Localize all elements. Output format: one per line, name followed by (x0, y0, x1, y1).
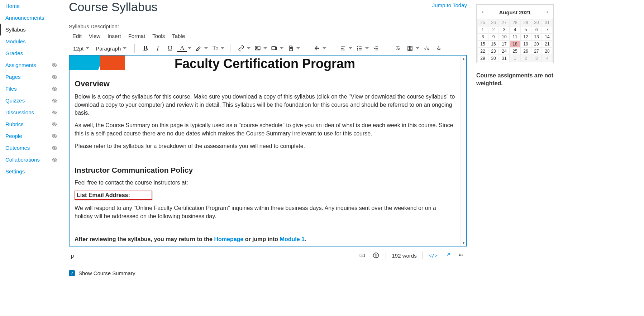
calendar-day[interactable]: 24 (499, 48, 510, 55)
calendar-day[interactable]: 17 (499, 40, 510, 48)
calendar-day[interactable]: 4 (510, 26, 520, 33)
calendar-day[interactable]: 27 (531, 48, 542, 55)
paragraph-select[interactable]: Paragraph (94, 43, 129, 53)
calendar-day[interactable]: 30 (488, 55, 499, 62)
nav-quizzes[interactable]: Quizzes (0, 95, 61, 106)
scrollbar[interactable]: ▴ ▾ (460, 56, 466, 246)
accessibility-icon[interactable] (372, 252, 380, 259)
italic-button[interactable]: I (153, 43, 163, 53)
calendar-day[interactable]: 21 (542, 40, 553, 48)
homepage-link[interactable]: Homepage (214, 236, 243, 242)
calendar-prev-button[interactable] (479, 8, 487, 16)
calendar-day[interactable]: 30 (531, 19, 542, 26)
nav-discussions[interactable]: Discussions (0, 106, 61, 118)
calendar-day[interactable]: 16 (488, 40, 499, 48)
menu-edit[interactable]: Edit (72, 33, 82, 39)
calendar-day[interactable]: 20 (531, 40, 542, 48)
calendar-day[interactable]: 9 (488, 33, 499, 40)
calendar-day[interactable]: 31 (542, 19, 553, 26)
calendar-next-button[interactable] (543, 8, 551, 16)
rich-text-editor[interactable]: Faculty Certification Program Overview B… (69, 55, 467, 246)
calendar-day[interactable]: 22 (477, 48, 488, 55)
underline-button[interactable]: U (165, 43, 175, 53)
calendar-day[interactable]: 1 (510, 55, 520, 62)
keyboard-icon[interactable] (358, 252, 366, 259)
menu-table[interactable]: Table (172, 33, 185, 39)
nav-settings[interactable]: Settings (0, 166, 61, 177)
nav-assignments[interactable]: Assignments (0, 59, 61, 71)
module1-link[interactable]: Module 1 (280, 236, 305, 242)
nav-modules[interactable]: Modules (0, 35, 61, 47)
scroll-down-icon[interactable]: ▾ (461, 240, 467, 246)
font-size-select[interactable]: 12pt (71, 43, 91, 53)
calendar-day[interactable]: 3 (499, 26, 510, 33)
calendar-day[interactable]: 25 (510, 48, 520, 55)
calendar-day[interactable]: 25 (477, 19, 488, 26)
calendar-day[interactable]: 7 (542, 26, 553, 33)
nav-announcements[interactable]: Announcements (0, 12, 61, 24)
html-view-button[interactable]: </> (429, 253, 438, 258)
nav-home[interactable]: Home (0, 0, 61, 12)
equation-button[interactable]: √x (421, 43, 431, 53)
text-color-button[interactable]: A (177, 44, 191, 52)
calendar-day[interactable]: 19 (520, 40, 531, 48)
calendar-day[interactable]: 15 (477, 40, 488, 48)
calendar-day[interactable]: 4 (542, 55, 553, 62)
indent-button[interactable] (371, 43, 381, 53)
nav-outcomes[interactable]: Outcomes (0, 142, 61, 154)
calendar-day[interactable]: 26 (520, 48, 531, 55)
image-button[interactable] (253, 43, 267, 53)
nav-files[interactable]: Files (0, 83, 61, 95)
calendar-day[interactable]: 11 (510, 33, 520, 40)
nav-grades[interactable]: Grades (0, 47, 61, 59)
apps-button[interactable] (312, 43, 326, 53)
media-button[interactable] (269, 43, 283, 53)
table-button[interactable] (405, 43, 419, 53)
menu-tools[interactable]: Tools (152, 33, 165, 39)
nav-rubrics[interactable]: Rubrics (0, 118, 61, 130)
calendar-day[interactable]: 3 (531, 55, 542, 62)
clear-format-button[interactable] (393, 43, 403, 53)
scroll-up-icon[interactable]: ▴ (461, 56, 467, 62)
highlight-button[interactable] (194, 43, 208, 53)
calendar-day[interactable]: 28 (542, 48, 553, 55)
nav-people[interactable]: People (0, 130, 61, 142)
superscript-button[interactable]: T2 (210, 43, 224, 53)
document-button[interactable] (286, 43, 300, 53)
embed-button[interactable] (434, 43, 444, 53)
bold-button[interactable]: B (140, 43, 151, 53)
align-button[interactable] (338, 43, 352, 53)
menu-insert[interactable]: Insert (108, 33, 121, 39)
calendar-day[interactable]: 6 (531, 26, 542, 33)
menu-format[interactable]: Format (128, 33, 146, 39)
menu-view[interactable]: View (89, 33, 100, 39)
list-button[interactable] (354, 43, 369, 53)
calendar-day[interactable]: 5 (520, 26, 531, 33)
calendar-day[interactable]: 13 (531, 33, 542, 40)
calendar-day[interactable]: 1 (477, 26, 488, 33)
calendar-day[interactable]: 18 (510, 40, 520, 48)
calendar-day[interactable]: 31 (499, 55, 510, 62)
calendar-day[interactable]: 28 (510, 19, 520, 26)
nav-syllabus[interactable]: Syllabus (0, 24, 61, 35)
calendar-day[interactable]: 29 (520, 19, 531, 26)
calendar-day[interactable]: 26 (488, 19, 499, 26)
calendar-day[interactable]: 27 (499, 19, 510, 26)
jump-to-today-link[interactable]: Jump to Today (432, 0, 467, 8)
calendar-day[interactable]: 2 (520, 55, 531, 62)
calendar-day[interactable]: 14 (542, 33, 553, 40)
calendar-day[interactable]: 29 (477, 55, 488, 62)
fullscreen-icon[interactable] (443, 252, 451, 259)
calendar-day[interactable]: 8 (477, 33, 488, 40)
calendar-day[interactable]: 2 (488, 26, 499, 33)
calendar-day[interactable]: 10 (499, 33, 510, 40)
hidden-icon (52, 110, 57, 115)
calendar-day[interactable]: 23 (488, 48, 499, 55)
element-path[interactable]: p (71, 253, 74, 259)
nav-pages[interactable]: Pages (0, 71, 61, 83)
calendar-day[interactable]: 12 (520, 33, 531, 40)
show-course-summary-checkbox[interactable]: ✓ (69, 270, 75, 276)
link-button[interactable] (236, 43, 251, 53)
more-icon[interactable] (457, 252, 465, 259)
nav-collaborations[interactable]: Collaborations (0, 154, 61, 166)
